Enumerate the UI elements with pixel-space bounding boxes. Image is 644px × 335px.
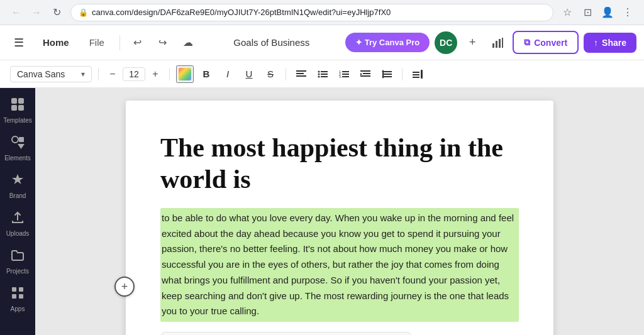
redo-button[interactable]: ↪ <box>153 33 173 53</box>
hamburger-button[interactable]: ☰ <box>8 31 30 54</box>
svg-rect-16 <box>342 74 349 75</box>
svg-rect-19 <box>360 70 370 72</box>
svg-rect-10 <box>321 74 328 75</box>
svg-rect-27 <box>413 72 419 73</box>
svg-rect-37 <box>19 137 24 142</box>
doc-title: Goals of Business <box>233 37 309 48</box>
svg-rect-25 <box>384 76 392 77</box>
svg-rect-32 <box>18 98 24 104</box>
svg-rect-24 <box>384 74 392 75</box>
add-collaborator-button[interactable]: + <box>462 33 482 53</box>
file-button[interactable]: File <box>82 33 112 52</box>
bold-button[interactable]: B <box>197 65 215 83</box>
profile-button[interactable]: 👤 <box>599 4 616 21</box>
convert-button[interactable]: ⧉ Convert <box>513 31 579 54</box>
chevron-down-icon: ▾ <box>81 70 85 79</box>
apps-icon <box>11 286 25 303</box>
undo-button[interactable]: ↩ <box>128 33 148 53</box>
font-size-input[interactable] <box>123 67 145 81</box>
svg-rect-31 <box>11 98 17 104</box>
strikethrough-button[interactable]: S <box>262 65 279 83</box>
nav-right: ✦ Try Canva Pro DC + ⧉ Convert ↑ Share <box>345 31 636 54</box>
indent-button[interactable] <box>357 65 374 83</box>
forward-button[interactable]: → <box>28 4 45 21</box>
svg-rect-38 <box>12 287 16 292</box>
increase-font-size-button[interactable]: + <box>148 67 163 82</box>
svg-rect-23 <box>384 71 392 72</box>
canvas-body[interactable]: to be able to do what you love every day… <box>160 208 519 322</box>
align-left-button[interactable] <box>292 65 310 83</box>
sidebar-item-uploads[interactable]: Uploads <box>3 206 33 241</box>
sidebar-item-templates[interactable]: Templates <box>3 93 33 128</box>
text-color-button[interactable] <box>176 65 194 83</box>
svg-rect-18 <box>342 76 349 77</box>
add-content-button[interactable]: + <box>114 277 135 297</box>
svg-rect-2 <box>499 39 501 48</box>
home-button[interactable]: Home <box>35 33 77 52</box>
address-bar[interactable]: 🔒 canva.com/design/DAF6zaRe9E0/myOJIUt7Y… <box>70 4 553 21</box>
avatar[interactable]: DC <box>435 31 457 54</box>
italic-button[interactable]: I <box>219 65 236 83</box>
menu-dots-button[interactable]: ⋮ <box>619 4 636 21</box>
svg-rect-39 <box>19 287 23 292</box>
svg-marker-36 <box>18 144 25 149</box>
svg-rect-3 <box>502 38 503 48</box>
toolbar: Canva Sans ▾ − + B I U S 1.2.3. <box>0 60 644 88</box>
extensions-button[interactable]: ⊡ <box>579 4 596 21</box>
convert-icon: ⧉ <box>524 37 530 48</box>
ai-notice: Generated with AI. This technology is ne… <box>160 332 412 335</box>
share-button[interactable]: ↑ Share <box>584 33 636 53</box>
toolbar-divider-2 <box>169 68 170 80</box>
apps-label: Apps <box>11 305 25 312</box>
canvas-page: The most happiest thing in the world is … <box>126 101 553 335</box>
svg-rect-12 <box>321 76 328 77</box>
bullet-list-button[interactable] <box>314 65 331 83</box>
underline-button[interactable]: U <box>240 65 258 83</box>
line-spacing-button[interactable] <box>378 65 396 83</box>
main-area: Templates Elements Brand Uploads <box>0 88 644 335</box>
svg-rect-29 <box>413 77 419 78</box>
svg-rect-21 <box>360 75 370 77</box>
sidebar-item-projects[interactable]: Projects <box>3 244 33 279</box>
back-button[interactable]: ← <box>8 4 25 21</box>
templates-icon <box>11 97 25 114</box>
toolbar-divider-4 <box>402 68 402 80</box>
canvas-title[interactable]: The most happiest thing in the world is <box>160 132 519 195</box>
numbered-list-button[interactable]: 1.2.3. <box>335 65 353 83</box>
app-container: ☰ Home File ↩ ↪ ☁ Goals of Business ✦ Tr… <box>0 25 644 335</box>
elements-label: Elements <box>4 155 31 162</box>
svg-point-11 <box>318 75 320 77</box>
star-button[interactable]: ☆ <box>558 4 576 21</box>
browser-chrome: ← → ↻ 🔒 canva.com/design/DAF6zaRe9E0/myO… <box>0 0 644 25</box>
svg-rect-5 <box>296 73 304 74</box>
svg-point-9 <box>318 73 320 75</box>
more-text-options-button[interactable] <box>409 65 426 83</box>
font-family-selector[interactable]: Canva Sans ▾ <box>10 66 92 82</box>
lock-icon: 🔒 <box>79 8 88 17</box>
projects-label: Projects <box>6 268 29 275</box>
svg-marker-22 <box>360 73 362 75</box>
browser-actions: ☆ ⊡ 👤 ⋮ <box>558 4 636 21</box>
sidebar-item-elements[interactable]: Elements <box>3 131 33 166</box>
brand-label: Brand <box>9 192 26 199</box>
analytics-button[interactable] <box>487 33 508 53</box>
svg-rect-4 <box>296 70 306 72</box>
svg-rect-30 <box>421 70 423 79</box>
reload-button[interactable]: ↻ <box>48 4 65 21</box>
svg-rect-0 <box>492 43 494 48</box>
decrease-font-size-button[interactable]: − <box>105 67 120 82</box>
svg-point-35 <box>12 136 18 143</box>
svg-rect-14 <box>342 71 349 72</box>
pro-star-icon: ✦ <box>355 38 362 47</box>
svg-rect-8 <box>321 71 328 72</box>
sidebar: Templates Elements Brand Uploads <box>0 88 35 335</box>
svg-point-7 <box>318 70 320 72</box>
sidebar-item-brand[interactable]: Brand <box>3 168 33 204</box>
sidebar-item-apps[interactable]: Apps <box>3 282 33 317</box>
nav-divider-1 <box>119 35 120 50</box>
try-canva-pro-button[interactable]: ✦ Try Canva Pro <box>345 33 430 52</box>
top-nav: ☰ Home File ↩ ↪ ☁ Goals of Business ✦ Tr… <box>0 25 644 60</box>
brand-icon <box>11 173 25 190</box>
svg-rect-33 <box>11 105 17 111</box>
cloud-save-button[interactable]: ☁ <box>178 33 198 53</box>
